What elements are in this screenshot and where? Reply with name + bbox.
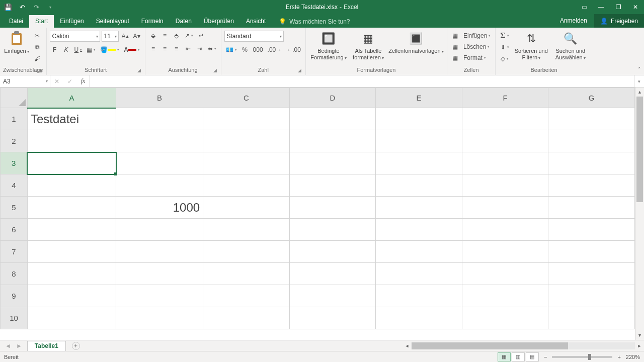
- italic-button[interactable]: K: [61, 45, 71, 55]
- cell[interactable]: [376, 241, 462, 263]
- formula-bar-input[interactable]: [90, 75, 634, 87]
- format-painter-button[interactable]: 🖌: [32, 54, 42, 64]
- share-button[interactable]: 👤 Freigeben: [594, 14, 644, 28]
- row-header[interactable]: 7: [1, 241, 28, 263]
- sheet-tab-active[interactable]: Tabelle1: [27, 341, 66, 351]
- cell[interactable]: [289, 174, 376, 197]
- cell[interactable]: [203, 197, 290, 219]
- insert-cells-button[interactable]: Einfügen: [462, 31, 492, 41]
- find-select-button[interactable]: 🔍 Suchen und Auswählen▾: [552, 30, 589, 60]
- row-header[interactable]: 6: [1, 219, 28, 241]
- tab-ueberpruefen[interactable]: Überprüfen: [198, 15, 240, 28]
- new-sheet-button[interactable]: ＋: [72, 342, 80, 350]
- align-bottom-button[interactable]: ⬘: [172, 31, 182, 41]
- dialog-launcher-icon[interactable]: ◢: [213, 68, 217, 73]
- tab-datei[interactable]: Datei: [3, 15, 29, 28]
- cell[interactable]: [462, 108, 548, 130]
- cell[interactable]: [289, 108, 376, 130]
- tab-einfuegen[interactable]: Einfügen: [54, 15, 90, 28]
- column-header[interactable]: E: [376, 88, 462, 108]
- redo-icon[interactable]: ↷: [32, 3, 40, 11]
- prev-sheet-icon[interactable]: ◄: [5, 342, 11, 349]
- cell[interactable]: [27, 130, 116, 152]
- increase-indent-button[interactable]: ⇥: [195, 44, 205, 54]
- cell[interactable]: [27, 197, 116, 219]
- increase-decimal-button[interactable]: .00→: [266, 45, 284, 55]
- clear-button[interactable]: ◇: [499, 54, 510, 64]
- row-header[interactable]: 2: [1, 130, 28, 152]
- vertical-scroll-thumb[interactable]: [636, 97, 643, 202]
- insert-function-icon[interactable]: fx: [76, 77, 90, 85]
- cell[interactable]: [203, 307, 290, 329]
- row-header[interactable]: 8: [1, 263, 28, 285]
- cell[interactable]: [203, 108, 290, 130]
- qat-customize-icon[interactable]: ▾: [46, 3, 54, 11]
- cell[interactable]: [289, 219, 376, 241]
- paste-button[interactable]: Einfügen▾: [3, 30, 30, 54]
- increase-font-button[interactable]: A▴: [120, 31, 130, 41]
- dialog-launcher-icon[interactable]: ◢: [39, 68, 42, 73]
- decrease-font-button[interactable]: A▾: [132, 31, 142, 41]
- zoom-out-button[interactable]: −: [544, 354, 547, 360]
- cell[interactable]: [462, 219, 548, 241]
- cell[interactable]: [27, 152, 116, 174]
- cell[interactable]: [203, 241, 290, 263]
- dialog-launcher-icon[interactable]: ◢: [298, 68, 301, 73]
- cell[interactable]: [203, 174, 290, 197]
- column-header[interactable]: B: [116, 88, 203, 108]
- column-header[interactable]: D: [289, 88, 376, 108]
- align-middle-button[interactable]: ≡: [160, 31, 170, 41]
- row-header[interactable]: 4: [1, 174, 28, 197]
- cell[interactable]: [289, 152, 376, 174]
- collapse-ribbon-icon[interactable]: ˄: [638, 66, 641, 73]
- row-header[interactable]: 1: [1, 108, 28, 130]
- align-left-button[interactable]: ≡: [148, 44, 158, 54]
- borders-button[interactable]: ▦: [85, 45, 97, 55]
- accept-formula-icon[interactable]: ✓: [63, 78, 76, 85]
- column-header[interactable]: C: [203, 88, 290, 108]
- tell-me-search[interactable]: 💡 Was möchten Sie tun?: [276, 16, 353, 28]
- tab-ansicht[interactable]: Ansicht: [240, 15, 272, 28]
- align-right-button[interactable]: ≡: [172, 44, 182, 54]
- zoom-in-button[interactable]: +: [617, 354, 620, 360]
- delete-cells-button[interactable]: Löschen: [462, 42, 492, 52]
- cell[interactable]: [462, 197, 548, 219]
- page-break-view-button[interactable]: ▤: [526, 352, 539, 361]
- cell[interactable]: [27, 307, 116, 329]
- number-format-combo[interactable]: Standard▾: [224, 31, 284, 42]
- cell[interactable]: [27, 285, 116, 307]
- zoom-level[interactable]: 220%: [626, 354, 640, 360]
- next-sheet-icon[interactable]: ►: [16, 342, 22, 349]
- underline-button[interactable]: U: [73, 45, 84, 55]
- tab-start[interactable]: Start: [29, 15, 54, 28]
- dialog-launcher-icon[interactable]: ◢: [137, 68, 141, 73]
- fill-color-button[interactable]: 🪣: [99, 45, 121, 55]
- cell[interactable]: [203, 285, 290, 307]
- zoom-slider[interactable]: [552, 356, 612, 358]
- cell[interactable]: [27, 263, 116, 285]
- cell[interactable]: [289, 241, 376, 263]
- autosum-button[interactable]: Σ: [499, 31, 510, 41]
- cell[interactable]: [548, 108, 635, 130]
- cell[interactable]: [376, 307, 462, 329]
- scroll-right-icon[interactable]: ►: [635, 343, 644, 348]
- cell[interactable]: [462, 152, 548, 174]
- cell[interactable]: [289, 197, 376, 219]
- row-header[interactable]: 5: [1, 197, 28, 219]
- cell[interactable]: [289, 285, 376, 307]
- cell[interactable]: [548, 152, 635, 174]
- ribbon-display-options-icon[interactable]: ▭: [576, 0, 593, 14]
- undo-icon[interactable]: ↶: [18, 3, 26, 11]
- cell[interactable]: [376, 263, 462, 285]
- select-all-corner[interactable]: [1, 88, 28, 108]
- font-color-button[interactable]: A: [122, 45, 141, 55]
- copy-button[interactable]: ⧉: [32, 42, 42, 52]
- row-header[interactable]: 9: [1, 285, 28, 307]
- decrease-indent-button[interactable]: ⇤: [183, 44, 193, 54]
- spreadsheet-grid[interactable]: ABCDEFG1Testdatei23451000678910: [0, 87, 635, 329]
- format-cells-button[interactable]: Format: [462, 53, 492, 63]
- cell[interactable]: [376, 108, 462, 130]
- font-size-combo[interactable]: 11▾: [102, 31, 119, 42]
- cell[interactable]: [289, 263, 376, 285]
- cell[interactable]: [376, 219, 462, 241]
